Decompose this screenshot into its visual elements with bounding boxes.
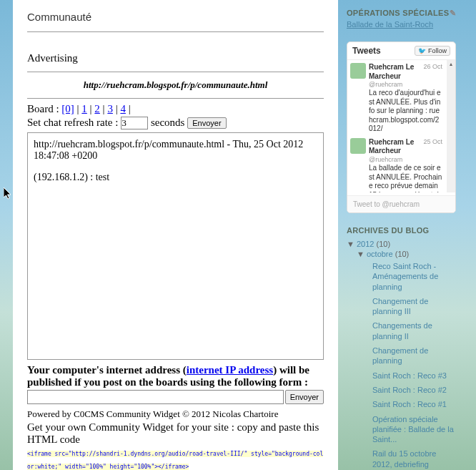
board-pager: Board : [0] | 1 | 2 | 3 | 4 |: [27, 103, 324, 115]
scrollbar[interactable]: ▴: [447, 60, 455, 192]
tweets-list: ▴ 26 Oct Ruehcram Le Marcheur @ruehcram …: [347, 60, 455, 192]
archive-year: 2012: [357, 240, 374, 248]
page-title: Communauté: [27, 11, 324, 23]
archive-post-link[interactable]: Saint Roch : Reco #1: [372, 397, 456, 411]
archive-month: octobre: [367, 250, 393, 258]
avatar: [350, 138, 366, 154]
main-content: Communauté Advertising http://ruehcram.b…: [13, 0, 338, 470]
twitter-bird-icon: 🐦: [418, 47, 426, 54]
refresh-label-post: seconds: [148, 117, 187, 128]
archive-posts: Reco Saint Roch - Aménagements de planni…: [372, 259, 456, 470]
tweets-title: Tweets: [352, 46, 381, 56]
post-input[interactable]: [27, 390, 284, 404]
archive-year-count: (10): [377, 240, 391, 248]
ip-address-link[interactable]: internet IP address: [187, 364, 273, 376]
refresh-send-button[interactable]: Envoyer: [187, 117, 226, 129]
refresh-label-pre: Set chat refresh rate :: [27, 117, 121, 128]
tweet-date: 25 Oct: [423, 138, 442, 146]
refresh-input[interactable]: [121, 117, 148, 129]
archive-month-row[interactable]: ▼ octobre (10): [357, 249, 456, 259]
powered-by: Powered by C0CMS Community Widget © 2012…: [27, 408, 324, 420]
chevron-down-icon: ▼: [347, 240, 357, 248]
twitter-header: Tweets 🐦 Follow: [347, 42, 455, 60]
archive-year-row[interactable]: ▼ 2012 (10): [347, 239, 456, 249]
get-own-widget: Get your own Community Widget for your s…: [27, 421, 324, 446]
tweet-date: 26 Oct: [423, 63, 442, 71]
wrench-icon[interactable]: ✎: [450, 9, 456, 18]
sidebar: OPÉRATIONS SPÉCIALES ✎ Ballade de la Sai…: [338, 0, 463, 470]
tweet-text: La reco d'aujourd'hui est ANNULÉE. Plus …: [369, 89, 442, 134]
archive-post-link[interactable]: Reco Saint Roch - Aménagements de planni…: [372, 259, 456, 294]
page-url: http://ruehcram.blogspot.fr/p/communaute…: [27, 75, 324, 95]
archive-post-link[interactable]: Saint Roch : Reco #3: [372, 368, 456, 383]
twitter-widget: Tweets 🐦 Follow ▴ 26 Oct Ruehcram Le Mar…: [347, 41, 456, 213]
chevron-down-icon: ▼: [357, 250, 367, 258]
archives-section: ARCHIVES DU BLOG ▼ 2012 (10) ▼ octobre (…: [347, 226, 456, 470]
board-label: Board :: [27, 103, 61, 114]
embed-code[interactable]: <iframe src="http://shandri-1.dyndns.org…: [27, 451, 323, 470]
archive-post-link[interactable]: Saint Roch : Reco #2: [372, 383, 456, 397]
special-ops-title: OPÉRATIONS SPÉCIALES ✎: [347, 9, 456, 17]
special-ops-section: OPÉRATIONS SPÉCIALES ✎ Ballade de la Sai…: [347, 9, 456, 29]
archive-post-link[interactable]: Rail du 15 octobre 2012, debriefing: [372, 446, 456, 470]
board-page-3[interactable]: 3: [107, 103, 113, 114]
follow-button[interactable]: 🐦 Follow: [415, 46, 450, 56]
tweet-handle: @ruehcram: [369, 81, 442, 89]
publish-note: Your computer's internet address (intern…: [27, 364, 324, 388]
archives-title: ARCHIVES DU BLOG: [347, 226, 456, 235]
board-page-2[interactable]: 2: [94, 103, 100, 114]
refresh-row: Set chat refresh rate : seconds Envoyer: [27, 117, 324, 129]
post-form: Envoyer: [27, 390, 324, 404]
divider: [27, 72, 324, 72]
tweet-text: La ballade de ce soir est ANNULÉE. Proch…: [369, 164, 442, 192]
special-ops-link[interactable]: Ballade de la Saint-Roch: [347, 20, 433, 29]
chat-message-header: http://ruehcram.blogspot.fr/p/communaute…: [34, 139, 317, 162]
divider: [27, 98, 324, 99]
tweet-compose[interactable]: Tweet to @ruehcram: [347, 195, 455, 212]
avatar: [350, 63, 366, 79]
tweet-item[interactable]: 25 Oct Ruehcram Le Marcheur @ruehcram La…: [350, 138, 452, 192]
post-send-button[interactable]: Envoyer: [285, 390, 324, 404]
archive-post-link[interactable]: Opération spéciale planifiée : Ballade d…: [372, 412, 456, 447]
chat-message-body: (192.168.1.2) : test: [34, 172, 317, 183]
board-page-4[interactable]: 4: [120, 103, 126, 114]
advertising-heading: Advertising: [27, 52, 324, 64]
archive-post-link[interactable]: Changements de planning II: [372, 318, 456, 343]
archive-month-count: (10): [395, 250, 410, 258]
tweet-handle: @ruehcram: [369, 156, 442, 164]
tweet-item[interactable]: 26 Oct Ruehcram Le Marcheur @ruehcram La…: [350, 63, 452, 134]
divider: [27, 31, 324, 32]
board-page-1[interactable]: 1: [81, 103, 87, 114]
archive-post-link[interactable]: Changement de planning: [372, 343, 456, 368]
board-page-0[interactable]: [0]: [61, 103, 74, 114]
archive-post-link[interactable]: Changement de planning III: [372, 294, 456, 319]
chat-box: http://ruehcram.blogspot.fr/p/communaute…: [27, 132, 324, 360]
publish-note-pre: Your computer's internet address (: [27, 364, 187, 376]
scroll-up-icon[interactable]: ▴: [447, 60, 455, 69]
